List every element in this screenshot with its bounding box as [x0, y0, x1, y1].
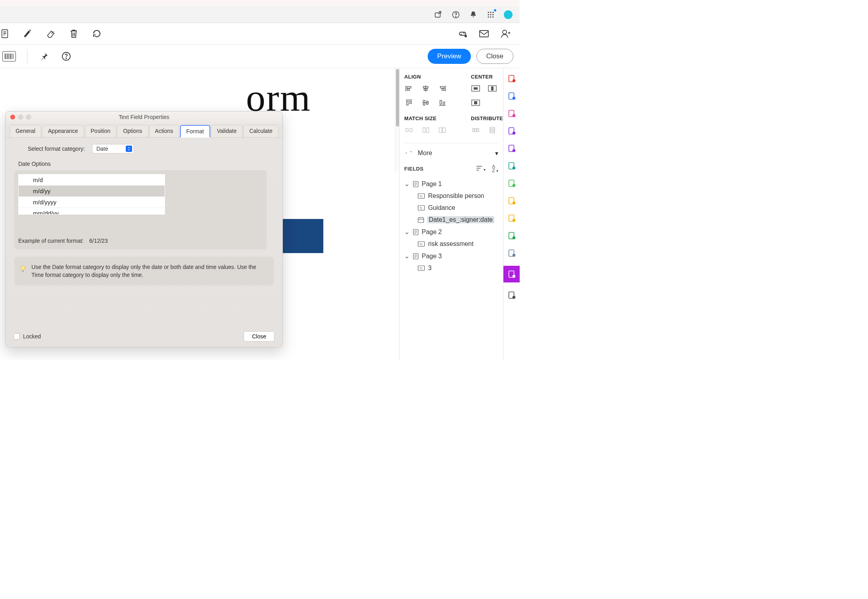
scroll-thumb[interactable] — [396, 69, 399, 127]
svg-point-80 — [512, 184, 515, 187]
barcode-icon[interactable] — [2, 51, 16, 61]
align-left-icon[interactable] — [404, 84, 414, 92]
panel-heading-distribute: DISTRIBUTE — [471, 115, 503, 121]
panel-more[interactable]: More ▾ — [404, 149, 498, 157]
panel-heading-center: CENTER — [471, 74, 497, 80]
align-top-icon[interactable] — [404, 99, 414, 107]
tree-page[interactable]: ⌄Page 2 — [404, 226, 498, 238]
tree-page[interactable]: ⌄Page 1 — [404, 178, 498, 190]
add-user-icon[interactable] — [500, 28, 511, 39]
date-option[interactable]: m/d — [19, 175, 165, 186]
help-circle-icon[interactable] — [61, 51, 72, 62]
tools-icon — [404, 149, 413, 157]
svg-text:T|: T| — [419, 206, 422, 210]
match-both-icon — [438, 126, 447, 134]
align-right-icon[interactable] — [438, 84, 447, 92]
bell-icon[interactable] — [469, 10, 478, 19]
align-center-h-icon[interactable] — [421, 84, 430, 92]
hint-card: Use the Date format category to display … — [14, 257, 274, 286]
tree-field[interactable]: T|risk assessment — [404, 238, 498, 250]
combine-icon[interactable] — [507, 179, 517, 188]
locked-checkbox[interactable] — [13, 333, 20, 340]
dialog-close-button[interactable]: Close — [244, 331, 275, 342]
canvas-scrollbar[interactable] — [395, 68, 399, 171]
dialog-footer: Locked Close — [6, 326, 282, 347]
tree-field[interactable]: T|Responsible person — [404, 190, 498, 202]
svg-rect-21 — [12, 54, 12, 59]
align-center-v-icon[interactable] — [421, 99, 430, 107]
create-pdf-icon[interactable] — [507, 74, 517, 83]
tab-options[interactable]: Options — [117, 125, 148, 138]
help-circle-icon[interactable] — [451, 10, 460, 19]
svg-rect-30 — [442, 89, 444, 90]
align-bottom-icon[interactable] — [438, 99, 447, 107]
tab-format[interactable]: Format — [180, 125, 210, 138]
panel-heading-fields: FIELDS — [404, 166, 424, 172]
svg-rect-43 — [406, 129, 408, 132]
tab-validate[interactable]: Validate — [211, 125, 243, 138]
center-vertical-icon[interactable] — [488, 84, 497, 92]
svg-point-72 — [512, 114, 515, 117]
tab-calculate[interactable]: Calculate — [243, 125, 278, 138]
scan-icon[interactable] — [507, 231, 517, 240]
tab-general[interactable]: General — [10, 125, 41, 138]
svg-point-82 — [512, 202, 515, 204]
tree-field[interactable]: Date1_es_:signer:date — [404, 214, 498, 226]
protect-icon[interactable] — [507, 248, 517, 258]
avatar[interactable] — [504, 10, 513, 19]
edit-pdf-icon[interactable] — [507, 109, 517, 118]
tools-icon[interactable] — [507, 290, 517, 300]
svg-rect-47 — [439, 128, 442, 132]
tab-position[interactable]: Position — [85, 125, 117, 138]
tree-field[interactable]: T|Guidance — [404, 202, 498, 214]
text-field-properties-dialog: Text Field Properties GeneralAppearanceP… — [5, 111, 283, 347]
svg-rect-26 — [407, 89, 409, 90]
prepare-form-icon[interactable] — [503, 266, 520, 282]
svg-rect-42 — [474, 101, 477, 104]
dialog-titlebar[interactable]: Text Field Properties — [6, 111, 282, 123]
share-arrow-icon[interactable] — [434, 10, 443, 19]
window-close-icon[interactable] — [10, 115, 15, 119]
svg-point-3 — [488, 12, 489, 13]
eraser-icon[interactable] — [45, 28, 56, 39]
center-horizontal-icon[interactable] — [471, 84, 480, 92]
organize-icon[interactable] — [507, 161, 517, 171]
format-category-select[interactable]: Date — [92, 144, 134, 154]
comment-icon[interactable] — [507, 213, 517, 223]
doc-icon[interactable] — [0, 28, 10, 39]
tree-field[interactable]: T|3 — [404, 262, 498, 274]
match-height-icon — [421, 126, 430, 134]
tab-appearance[interactable]: Appearance — [42, 125, 84, 138]
share-icon[interactable] — [507, 196, 517, 205]
tree-page[interactable]: ⌄Page 3 — [404, 250, 498, 262]
pin-icon[interactable] — [38, 51, 50, 62]
request-esign-icon[interactable] — [507, 126, 517, 136]
tab-actions[interactable]: Actions — [149, 125, 179, 138]
match-width-icon — [404, 126, 414, 134]
sort-az-icon[interactable]: AZ ▾ — [492, 165, 498, 173]
trash-icon[interactable] — [68, 28, 79, 39]
date-option[interactable]: m/d/yy — [19, 186, 165, 197]
svg-point-70 — [512, 97, 515, 100]
doc-field-box[interactable] — [282, 219, 323, 253]
highlighter-icon[interactable] — [22, 28, 33, 39]
apps-grid-icon[interactable] — [486, 10, 495, 19]
svg-rect-50 — [475, 129, 476, 132]
date-option[interactable]: mm/dd/yy — [19, 208, 165, 215]
refresh-icon[interactable] — [91, 28, 102, 39]
mail-icon[interactable] — [478, 28, 490, 39]
svg-rect-44 — [410, 129, 412, 132]
date-options-list[interactable]: m/dm/d/yym/d/yyyymm/dd/yy — [18, 174, 165, 215]
close-button[interactable]: Close — [476, 49, 513, 64]
svg-point-84 — [512, 219, 515, 222]
date-option[interactable]: m/d/yyyy — [19, 197, 165, 208]
sort-lines-icon[interactable]: ▾ — [476, 165, 486, 173]
svg-rect-40 — [491, 86, 494, 90]
export-pdf-icon[interactable] — [507, 91, 517, 101]
fill-sign-icon[interactable] — [507, 144, 517, 153]
preview-button[interactable]: Preview — [428, 49, 470, 64]
center-both-icon[interactable] — [471, 99, 480, 107]
right-rail — [503, 68, 520, 360]
svg-point-2 — [455, 16, 456, 16]
link-icon[interactable] — [457, 28, 468, 39]
